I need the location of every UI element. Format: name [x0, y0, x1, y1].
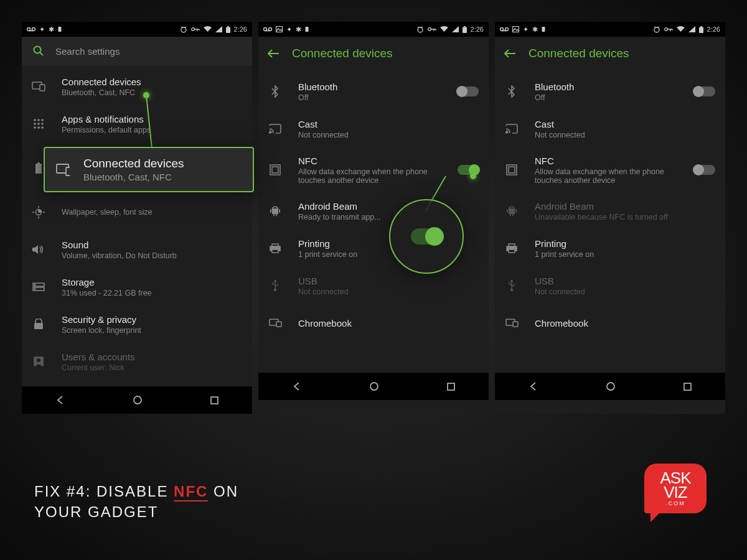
item-usb: USB Not connected — [258, 267, 489, 304]
nav-back-icon[interactable] — [293, 382, 301, 391]
nfc-toggle-zoomed — [411, 228, 442, 245]
svg-rect-90 — [699, 27, 703, 33]
item-usb: USB Not connected — [495, 267, 725, 304]
svg-line-84 — [658, 27, 659, 28]
caption-text: ON — [208, 483, 238, 500]
notif-icon: ✦ — [523, 26, 529, 34]
svg-point-107 — [510, 289, 513, 291]
item-sub: Not connected — [298, 131, 479, 139]
notif-icon-2: ✱ — [296, 26, 301, 34]
item-nfc[interactable]: NFC Allow data exchange when the phone t… — [495, 147, 725, 192]
nav-back-icon[interactable] — [56, 396, 65, 404]
svg-point-36 — [34, 289, 35, 290]
status-bar: ✦ ✱ 2:26 — [258, 22, 489, 37]
item-bluetooth[interactable]: Bluetooth Off — [258, 73, 489, 110]
settings-item-connected-devices[interactable]: Connected devices Bluetooth, Cast, NFC — [22, 68, 252, 105]
usb-icon — [505, 279, 519, 292]
item-sub: Screen lock, fingerprint — [62, 326, 242, 335]
devices-icon — [32, 82, 45, 91]
item-chromebook[interactable]: Chromebook — [495, 304, 725, 342]
askviz-logo: ASK VIZ .COM — [644, 464, 713, 529]
svg-rect-76 — [448, 383, 454, 390]
nav-recent-icon[interactable] — [210, 396, 218, 404]
alarm-icon — [653, 26, 660, 33]
item-sub: 1 print service on — [535, 250, 715, 259]
settings-item-apps[interactable]: Apps & notifications Permissions, defaul… — [22, 105, 252, 142]
search-settings-bar[interactable]: Search settings — [22, 37, 252, 65]
nav-home-icon[interactable] — [133, 395, 143, 405]
nfc-toggle[interactable] — [694, 165, 715, 175]
item-title: Chromebook — [298, 318, 479, 329]
caption-highlight: NFC — [174, 483, 208, 502]
item-cast[interactable]: Cast Not connected — [495, 110, 725, 147]
svg-rect-65 — [273, 214, 275, 217]
page-title: Connected devices — [529, 47, 629, 60]
item-title: Security & privacy — [62, 314, 242, 325]
connected-list: Bluetooth Off Cast Not connected NFC All… — [258, 70, 489, 342]
nfc-toggle[interactable] — [458, 165, 479, 175]
svg-point-82 — [654, 27, 659, 32]
svg-rect-66 — [276, 214, 277, 217]
svg-point-40 — [134, 396, 141, 404]
nfc-icon — [268, 164, 282, 175]
item-printing[interactable]: Printing 1 print service on — [495, 230, 725, 267]
svg-rect-94 — [509, 167, 515, 173]
settings-item-display[interactable]: Wallpaper, sleep, font size — [22, 194, 252, 231]
svg-rect-63 — [270, 209, 271, 213]
app-bar: Connected devices — [495, 37, 725, 70]
search-icon — [33, 45, 44, 57]
settings-item-security[interactable]: Security & privacy Screen lock, fingerpr… — [22, 306, 252, 343]
back-arrow-icon[interactable] — [267, 49, 280, 58]
item-cast[interactable]: Cast Not connected — [258, 110, 489, 147]
image-icon — [276, 26, 283, 32]
nav-home-icon[interactable] — [369, 381, 379, 391]
svg-rect-54 — [464, 26, 466, 27]
svg-rect-41 — [211, 397, 218, 404]
svg-rect-27 — [35, 164, 42, 174]
nfc-icon — [505, 164, 519, 175]
notif-icon: ✦ — [39, 26, 45, 34]
svg-point-7 — [191, 28, 194, 31]
item-sub: Not connected — [535, 287, 715, 296]
item-sub: Bluetooth, Cast, NFC — [62, 88, 242, 97]
notif-icon-2: ✱ — [532, 26, 538, 34]
item-chromebook[interactable]: Chromebook — [258, 304, 489, 342]
svg-point-19 — [41, 119, 44, 121]
svg-rect-81 — [542, 27, 545, 32]
svg-point-22 — [41, 123, 44, 125]
svg-rect-59 — [272, 167, 278, 173]
nav-back-icon[interactable] — [529, 382, 538, 391]
usb-icon — [268, 279, 282, 292]
status-bar: ✦ ✱ 2:26 — [22, 22, 252, 37]
item-sub: Volume, vibration, Do Not Disturb — [62, 251, 242, 260]
notif-icon: ✦ — [286, 26, 292, 34]
svg-rect-55 — [463, 27, 467, 33]
svg-point-39 — [37, 358, 40, 362]
svg-point-20 — [34, 123, 36, 125]
item-nfc[interactable]: NFC Allow data exchange when the phone t… — [258, 147, 489, 192]
nav-recent-icon[interactable] — [447, 383, 455, 391]
signal-icon — [688, 26, 695, 32]
settings-item-sound[interactable]: Sound Volume, vibration, Do Not Disturb — [22, 231, 252, 268]
svg-rect-113 — [66, 167, 70, 175]
annotation-dot — [143, 92, 149, 98]
item-bluetooth[interactable]: Bluetooth Off — [495, 73, 725, 110]
svg-point-110 — [607, 383, 614, 390]
svg-point-25 — [41, 126, 44, 129]
annotation-dot — [470, 173, 476, 179]
nav-home-icon[interactable] — [606, 381, 616, 391]
key-icon — [428, 27, 436, 32]
back-arrow-icon[interactable] — [504, 49, 516, 58]
svg-line-48 — [418, 27, 419, 28]
print-icon — [505, 243, 519, 253]
nav-recent-icon[interactable] — [684, 383, 692, 391]
android-icon — [505, 205, 519, 217]
settings-item-storage[interactable]: Storage 31% used - 22.21 GB free — [22, 268, 252, 306]
svg-rect-111 — [684, 383, 691, 390]
voicemail-icon — [500, 27, 509, 32]
bluetooth-toggle[interactable] — [458, 86, 479, 96]
apps-icon — [32, 118, 45, 129]
bluetooth-toggle[interactable] — [694, 86, 715, 96]
item-android-beam: Android Beam Unavailable because NFC is … — [495, 192, 725, 230]
settings-item-users[interactable]: Users & accounts Current user: Nick — [22, 343, 252, 380]
